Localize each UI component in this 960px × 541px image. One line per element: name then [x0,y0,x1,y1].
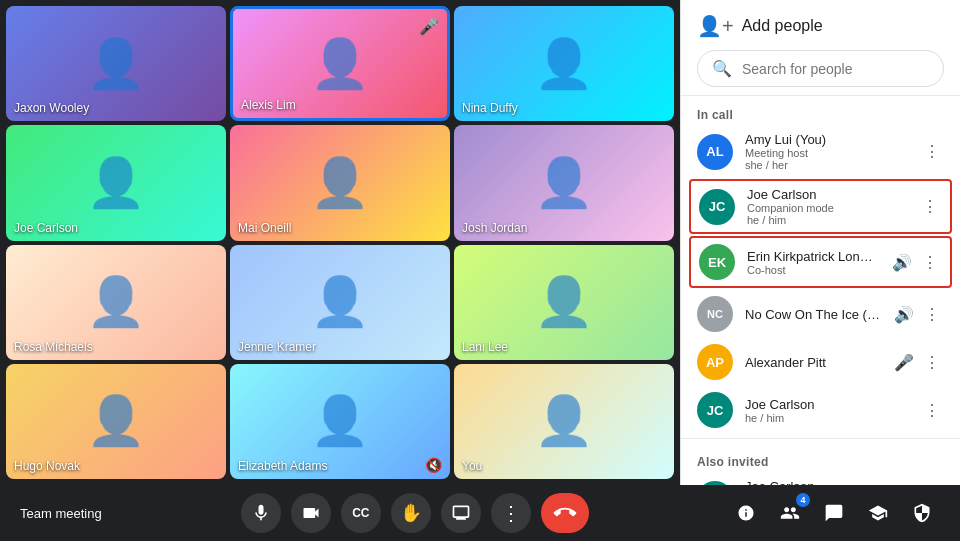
participant-item[interactable]: NC No Cow On The Ice (se-sto… 🔊 ⋮ [681,290,960,338]
divider [681,438,960,439]
video-tile[interactable]: 👤 Elizabeth Adams 🔇 [230,364,450,479]
activities-button[interactable] [860,495,896,531]
participant-info: Amy Lui (You) Meeting host she / her [745,132,908,171]
avatar: JC [697,392,733,428]
tile-participant-name: Jaxon Wooley [14,101,89,115]
more-options-button[interactable]: ⋮ [920,398,944,422]
people-badge: 4 [796,493,810,507]
participant-item[interactable]: JC Joe Carlson he / him ⋮ [681,386,960,434]
participant-name: Erin Kirkpatrick Long nam… [747,249,878,264]
mute-icon: 🔇 [425,457,442,473]
mic-button[interactable] [241,493,281,533]
speaking-icon: 🔊 [892,302,916,326]
video-tile[interactable]: 👤 Jennie Kramer [230,245,450,360]
participant-info: Erin Kirkpatrick Long nam… Co-host [747,249,878,276]
captions-button[interactable]: CC [341,493,381,533]
participant-name: Amy Lui (You) [745,132,908,147]
tile-participant-name: Elizabeth Adams [238,459,327,473]
security-button[interactable] [904,495,940,531]
tile-participant-name: Alexis Lim [241,98,296,112]
avatar: EK [699,244,735,280]
participant-item[interactable]: JC Joe Carlson Companion mode he / him ⋮ [689,179,952,234]
participant-item[interactable]: AL Amy Lui (You) Meeting host she / her … [681,126,960,177]
participant-info: Joe Carlson Optional SE-STO-KUN [745,479,908,485]
avatar: AL [697,134,733,170]
search-icon: 🔍 [712,59,732,78]
video-tile[interactable]: 👤 You [454,364,674,479]
participant-actions: ⋮ [920,140,944,164]
participants-sidebar: 👤+ Add people 🔍 In call AL Amy Lui (You)… [680,0,960,485]
participant-sub2: she / her [745,159,908,171]
meeting-title: Team meeting [20,506,102,521]
add-people-label: Add people [742,17,823,35]
end-call-button[interactable] [541,493,589,533]
people-button[interactable]: 4 [772,495,808,531]
video-tile[interactable]: 👤 Joe Carlson [6,125,226,240]
participant-info: Joe Carlson he / him [745,397,908,424]
sidebar-body: In call AL Amy Lui (You) Meeting host sh… [681,96,960,485]
tile-participant-name: Nina Duffy [462,101,518,115]
search-box[interactable]: 🔍 [697,50,944,87]
video-tile[interactable]: 👤 Josh Jordan [454,125,674,240]
chat-button[interactable] [816,495,852,531]
tile-participant-name: Joe Carlson [14,221,78,235]
participant-item[interactable]: JC Joe Carlson Optional SE-STO-KUN ⋮ [681,473,960,485]
speaking-icon: 🔊 [890,250,914,274]
tile-participant-name: You [462,459,482,473]
search-input[interactable] [742,61,929,77]
video-tile[interactable]: 👤 Rosa Michaels [6,245,226,360]
also-invited-section-label: Also invited [681,443,960,473]
participant-actions: ⋮ [920,398,944,422]
present-button[interactable] [441,493,481,533]
participant-sub2: he / him [747,214,906,226]
participant-sub: he / him [745,412,908,424]
participant-actions: 🔊 ⋮ [890,250,942,274]
toolbar-center: CC ✋ ⋮ [241,493,589,533]
video-tile[interactable]: 👤 Hugo Novak [6,364,226,479]
bottom-toolbar: Team meeting CC ✋ ⋮ 4 [0,485,960,541]
video-tile[interactable]: 👤 Jaxon Wooley [6,6,226,121]
participant-name: Alexander Pitt [745,355,880,370]
tile-participant-name: Hugo Novak [14,459,80,473]
participant-name: No Cow On The Ice (se-sto… [745,307,880,322]
participant-info: Alexander Pitt [745,355,880,370]
more-options-button[interactable]: ⋮ [491,493,531,533]
participant-item[interactable]: AP Alexander Pitt 🎤 ⋮ [681,338,960,386]
participant-info: No Cow On The Ice (se-sto… [745,307,880,322]
participant-item[interactable]: EK Erin Kirkpatrick Long nam… Co-host 🔊 … [689,236,952,288]
tile-participant-name: Rosa Michaels [14,340,93,354]
camera-button[interactable] [291,493,331,533]
participant-info: Joe Carlson Companion mode he / him [747,187,906,226]
tile-participant-name: Lani Lee [462,340,508,354]
add-person-icon: 👤+ [697,14,734,38]
more-options-button[interactable]: ⋮ [920,302,944,326]
in-call-section-label: In call [681,96,960,126]
video-tile[interactable]: 👤 Nina Duffy [454,6,674,121]
participant-sub: Companion mode [747,202,906,214]
avatar: NC [697,296,733,332]
mic-off-icon: 🎤 [892,350,916,374]
participant-name: Joe Carlson [745,479,908,485]
participant-name: Joe Carlson [747,187,906,202]
toolbar-right: 4 [728,495,940,531]
participant-actions: ⋮ [918,195,942,219]
video-tile[interactable]: 👤 Mai Oneill [230,125,450,240]
video-tile[interactable]: 👤 Alexis Lim 🎤 [230,6,450,121]
tile-participant-name: Mai Oneill [238,221,291,235]
video-tile[interactable]: 👤 Lani Lee [454,245,674,360]
more-options-button[interactable]: ⋮ [920,350,944,374]
avatar: JC [697,481,733,486]
reactions-button[interactable]: ✋ [391,493,431,533]
info-button[interactable] [728,495,764,531]
add-people-row: 👤+ Add people [697,14,944,38]
more-options-button[interactable]: ⋮ [918,195,942,219]
tile-participant-name: Josh Jordan [462,221,527,235]
participant-sub: Meeting host [745,147,908,159]
participant-actions: 🎤 ⋮ [892,350,944,374]
sidebar-header: 👤+ Add people 🔍 [681,0,960,96]
more-options-button[interactable]: ⋮ [918,250,942,274]
participant-sub: Co-host [747,264,878,276]
avatar: JC [699,189,735,225]
participant-actions: 🔊 ⋮ [892,302,944,326]
more-options-button[interactable]: ⋮ [920,140,944,164]
